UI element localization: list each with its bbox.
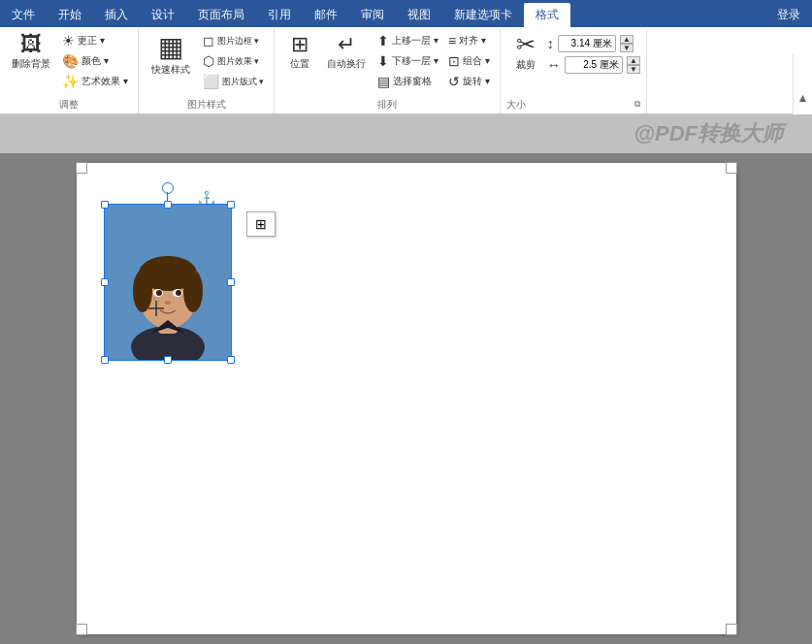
document-area: ⚓ — [0, 153, 812, 644]
remove-bg-label: 删除背景 — [12, 57, 50, 71]
handle-tc[interactable] — [164, 201, 172, 209]
select-pane-icon: ▤ — [377, 74, 390, 89]
align-icon: ≡ — [448, 33, 456, 48]
ribbon-group-adjust: 🖼 删除背景 ☀ 更正 ▾ 🎨 颜色 ▾ ✨ 艺术效果 ▾ 调整 — [0, 29, 139, 113]
height-up[interactable]: ▲ — [620, 35, 633, 44]
picture-style-group-label: 图片样式 — [187, 98, 226, 112]
ribbon-group-picture-style: ▦ 快速样式 ◻ 图片边框 ▾ ⬡ 图片效果 ▾ ⬜ 图片版式 ▾ 图片样式 — [139, 29, 276, 113]
height-row: ↕ ▲ ▼ — [547, 35, 640, 52]
arrange-group-label: 排列 — [377, 98, 397, 112]
layout-button[interactable]: ⬜ 图片版式 ▾ — [199, 72, 269, 91]
tab-new-option[interactable]: 新建选项卡 — [442, 3, 524, 27]
tab-design[interactable]: 设计 — [140, 3, 186, 27]
effect-button[interactable]: ⬡ 图片效果 ▾ — [199, 51, 269, 71]
tab-page-layout[interactable]: 页面布局 — [186, 3, 256, 27]
art-effect-button[interactable]: ✨ 艺术效果 ▾ — [58, 72, 132, 91]
width-icon: ↔ — [547, 57, 561, 73]
tab-insert[interactable]: 插入 — [93, 3, 140, 27]
width-down[interactable]: ▼ — [627, 65, 640, 74]
adjust-group-label: 调整 — [59, 98, 79, 112]
art-effect-label: 艺术效果 ▾ — [81, 75, 128, 88]
crop-button[interactable]: ✂ 裁剪 — [506, 31, 545, 74]
border-button[interactable]: ◻ 图片边框 ▾ — [199, 31, 269, 50]
height-icon: ↕ — [547, 36, 554, 51]
watermark-area: @PDF转换大师 — [0, 114, 812, 153]
selection-box — [104, 204, 232, 361]
align-button[interactable]: ≡ 对齐 ▾ — [444, 31, 494, 50]
corrections-label: 更正 ▾ — [78, 34, 105, 48]
ribbon-toolbar: 🖼 删除背景 ☀ 更正 ▾ 🎨 颜色 ▾ ✨ 艺术效果 ▾ 调整 — [0, 27, 812, 114]
page-corner-tr — [726, 162, 737, 174]
effect-icon: ⬡ — [203, 53, 214, 69]
width-row: ↔ ▲ ▼ — [547, 56, 640, 74]
layout-icon: ⬜ — [203, 74, 219, 89]
height-spinner[interactable]: ▲ ▼ — [620, 35, 633, 52]
select-pane-button[interactable]: ▤ 选择窗格 — [374, 72, 442, 91]
size-expand-icon[interactable]: ⧉ — [634, 99, 640, 110]
tab-start[interactable]: 开始 — [47, 3, 93, 27]
ribbon-group-arrange: ⊞ 位置 ↵ 自动换行 ⬆ 上移一层 ▾ ⬇ 下移一层 ▾ ▤ 选择窗格 — [275, 29, 501, 113]
login-button[interactable]: 登录 — [765, 3, 812, 27]
tab-view[interactable]: 视图 — [396, 3, 442, 27]
border-icon: ◻ — [203, 33, 214, 48]
color-button[interactable]: 🎨 颜色 ▾ — [58, 51, 132, 71]
position-button[interactable]: ⊞ 位置 — [280, 31, 319, 74]
tab-file[interactable]: 文件 — [0, 3, 47, 27]
handle-mr[interactable] — [227, 278, 235, 286]
group-button[interactable]: ⊡ 组合 ▾ — [444, 51, 494, 71]
auto-wrap-button[interactable]: ↵ 自动换行 — [321, 31, 372, 74]
quick-style-button[interactable]: ▦ 快速样式 — [145, 31, 197, 80]
tab-format[interactable]: 格式 — [524, 3, 570, 27]
tab-review[interactable]: 审阅 — [349, 3, 396, 27]
page-corner-bl — [76, 624, 87, 635]
document-page: ⚓ — [77, 163, 736, 634]
art-effect-icon: ✨ — [62, 74, 79, 89]
quick-style-label: 快速样式 — [151, 63, 190, 77]
selected-image-wrapper[interactable]: ⚓ — [104, 204, 232, 361]
ribbon-group-size: ✂ 裁剪 ↕ ▲ ▼ ↔ ▲ ▼ — [501, 29, 647, 113]
handle-tl[interactable] — [101, 201, 109, 209]
move-back-icon: ⬇ — [377, 53, 389, 69]
color-label: 颜色 ▾ — [81, 54, 109, 68]
ribbon-tabs: 文件 开始 插入 设计 页面布局 引用 邮件 审阅 视图 新建选项卡 格式 登录 — [0, 0, 812, 27]
handle-bc[interactable] — [164, 356, 172, 364]
position-icon: ⊞ — [291, 34, 309, 55]
layout-popup-icon: ⊞ — [255, 216, 267, 232]
watermark-text: @PDF转换大师 — [634, 119, 783, 148]
height-input[interactable] — [558, 35, 616, 52]
page-corner-br — [726, 624, 737, 635]
crop-icon: ✂ — [516, 33, 536, 56]
quick-style-icon: ▦ — [158, 34, 183, 61]
handle-tr[interactable] — [227, 201, 235, 209]
rotate-icon: ↺ — [448, 74, 460, 89]
auto-wrap-icon: ↵ — [338, 34, 355, 55]
corrections-button[interactable]: ☀ 更正 ▾ — [58, 31, 132, 50]
tab-reference[interactable]: 引用 — [256, 3, 303, 27]
remove-bg-button[interactable]: 🖼 删除背景 — [6, 31, 56, 74]
width-up[interactable]: ▲ — [627, 56, 640, 65]
handle-ml[interactable] — [101, 278, 109, 286]
handle-bl[interactable] — [101, 356, 109, 364]
move-back-button[interactable]: ⬇ 下移一层 ▾ — [374, 51, 442, 71]
tab-mail[interactable]: 邮件 — [303, 3, 349, 27]
move-forward-button[interactable]: ⬆ 上移一层 ▾ — [374, 31, 442, 50]
remove-bg-icon: 🖼 — [20, 34, 42, 55]
move-forward-icon: ⬆ — [377, 33, 389, 48]
color-icon: 🎨 — [62, 53, 79, 69]
page-corner-tl — [76, 162, 87, 174]
rotate-button[interactable]: ↺ 旋转 ▾ — [444, 72, 494, 91]
corrections-icon: ☀ — [62, 33, 75, 48]
size-group-label: 大小 — [506, 98, 526, 112]
group-icon: ⊡ — [448, 53, 460, 69]
width-spinner[interactable]: ▲ ▼ — [627, 56, 640, 74]
width-input[interactable] — [565, 56, 623, 74]
handle-br[interactable] — [227, 356, 235, 364]
height-down[interactable]: ▼ — [620, 44, 633, 52]
layout-options-popup[interactable]: ⊞ — [246, 211, 276, 237]
